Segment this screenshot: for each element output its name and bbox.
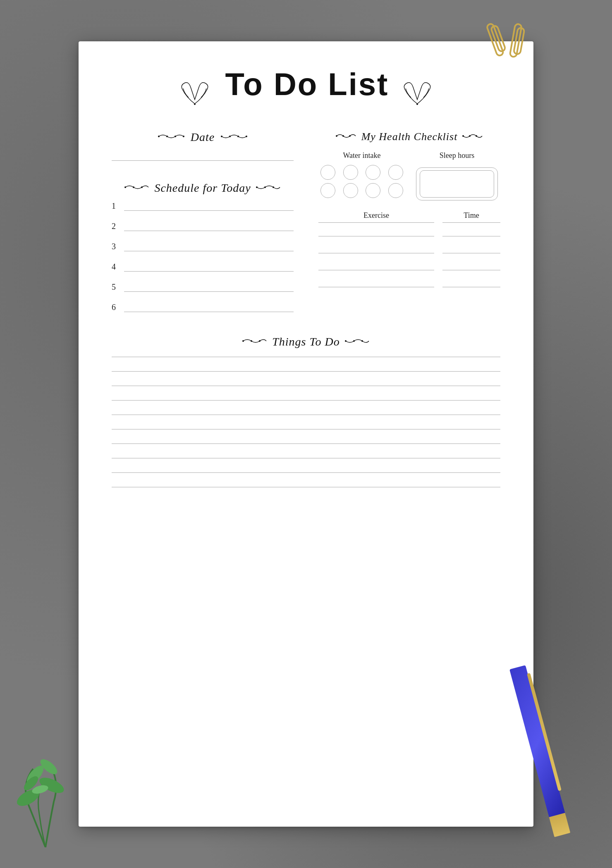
sleep-box-inner [420,170,494,198]
schedule-laurel-left [124,183,149,193]
page-title: To Do List [225,66,389,102]
left-column: Date [112,131,294,323]
svg-point-10 [194,103,196,105]
things-laurel-left [242,336,267,347]
schedule-number-4: 4 [112,262,120,272]
svg-point-13 [166,136,168,137]
things-section: Things To Do [112,335,500,487]
date-section: Date [112,131,294,161]
time-line-4 [442,287,500,287]
exercise-item-3 [318,262,500,270]
todo-line-2 [112,371,500,372]
health-laurel-left [336,131,356,142]
schedule-number-3: 3 [112,242,120,251]
svg-point-28 [349,135,351,137]
exercise-label: Exercise [318,211,434,223]
schedule-line-6 [124,312,294,312]
water-circle-4[interactable] [388,165,403,180]
exercise-line-4 [318,287,434,287]
svg-point-15 [183,136,184,137]
water-circle-1[interactable] [320,165,335,180]
water-circles [318,165,405,198]
time-line-1 [442,236,500,236]
title-deco-right [397,84,434,100]
sleep-label: Sleep hours [414,151,500,160]
svg-point-17 [229,136,231,137]
date-line [112,160,294,161]
svg-point-19 [246,136,247,137]
svg-point-12 [158,136,160,137]
sleep-box-container [414,165,500,203]
todo-line-1 [112,357,500,357]
things-label: Things To Do [272,335,339,348]
things-header: Things To Do [112,335,500,348]
exercise-section: Exercise Time [318,211,500,287]
svg-point-20 [124,186,126,188]
svg-point-37 [361,340,363,342]
exercise-item-1 [318,228,500,236]
svg-point-26 [336,135,337,137]
sleep-box-outer [416,167,498,200]
health-label: My Health Checklist [361,131,458,143]
water-label: Water intake [318,151,405,160]
todo-line-6 [112,429,500,429]
title-section: To Do List [112,66,500,110]
schedule-line-1 [124,210,294,211]
schedule-line-4 [124,271,294,272]
time-label: Time [442,211,500,223]
schedule-item-6: 6 [112,303,294,314]
schedule-line-2 [124,231,294,231]
water-circle-5[interactable] [320,183,335,198]
svg-point-36 [353,340,355,342]
health-laurel-right [462,131,483,142]
time-line-3 [442,270,500,270]
svg-point-22 [141,186,143,188]
svg-point-33 [251,340,252,342]
water-circle-7[interactable] [366,183,380,198]
svg-point-35 [345,340,347,342]
todo-line-4 [112,400,500,401]
schedule-number-5: 5 [112,282,120,292]
schedule-item-1: 1 [112,201,294,212]
todo-line-5 [112,415,500,415]
schedule-laurel-right [256,183,281,193]
exercise-item-4 [318,279,500,287]
svg-point-24 [264,186,266,188]
sleep-section: Sleep hours [414,151,500,203]
schedule-number-1: 1 [112,201,120,211]
schedule-number-6: 6 [112,303,120,312]
main-content: Date [112,131,500,323]
todo-line-8 [112,458,500,458]
date-label: Date [191,131,215,144]
todo-line-9 [112,472,500,473]
title-deco-left [178,84,219,100]
svg-point-25 [273,186,274,188]
svg-point-30 [469,135,471,137]
todo-line-3 [112,386,500,386]
water-circle-8[interactable] [388,183,403,198]
schedule-item-2: 2 [112,222,294,233]
exercise-line-3 [318,270,434,270]
water-circle-6[interactable] [343,183,358,198]
water-circle-2[interactable] [343,165,358,180]
paperclip-decoration [484,17,546,68]
todo-line-7 [112,444,500,444]
schedule-section: Schedule for Today 1 [112,181,294,314]
exercise-item-2 [318,245,500,253]
schedule-item-4: 4 [112,262,294,273]
svg-point-14 [175,136,176,137]
water-circle-3[interactable] [366,165,380,180]
schedule-number-2: 2 [112,222,120,231]
svg-point-34 [259,340,261,342]
schedule-line-3 [124,251,294,251]
exercise-line-2 [318,253,434,253]
svg-point-31 [476,135,477,137]
health-header: My Health Checklist [318,131,500,143]
right-column: My Health Checklist Water intake [318,131,500,323]
water-sleep-row: Water intake Sleep hours [318,151,500,203]
svg-point-18 [237,136,239,137]
pen-tip [549,813,571,837]
svg-point-6 [37,775,66,796]
svg-point-23 [256,186,258,188]
schedule-header: Schedule for Today [112,181,294,195]
